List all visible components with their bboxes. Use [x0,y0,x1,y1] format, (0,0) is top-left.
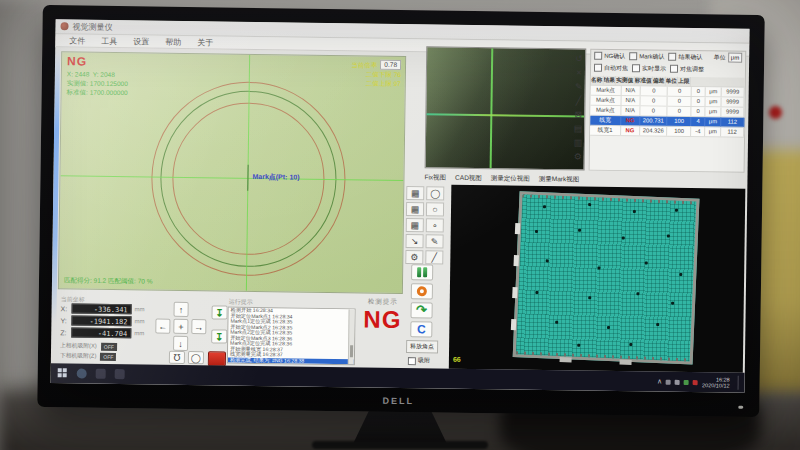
option-checkbox[interactable]: 实时显示 [632,64,666,73]
stop-button[interactable] [411,283,433,299]
save-image-icon[interactable]: ▥ [571,136,585,148]
wafer-map[interactable] [513,191,700,364]
menu-item[interactable]: 工具 [93,35,125,46]
start-button[interactable] [58,368,68,378]
rotate-icon[interactable]: ↺ [572,52,586,64]
checkbox-box[interactable] [629,52,637,60]
checkbox-box[interactable] [668,53,676,61]
z-axis-readout: Z:-41.704mm [60,327,144,338]
point-tool-icon[interactable]: ∘ [426,218,444,232]
gear-tool-icon[interactable]: ⚙ [405,250,423,264]
grid-array-icon[interactable]: ▦ [406,186,424,200]
settings-gear-icon[interactable]: ⚙ [571,150,585,162]
checkbox-box[interactable] [632,64,640,72]
main-camera-view[interactable]: Mark点(Pt: 10) NG X: 2448 Y: 2048 实测值: 17… [58,51,406,294]
tray-green-icon[interactable] [684,379,689,384]
checkbox-box[interactable] [594,64,602,72]
menu-item[interactable]: 帮助 [157,36,189,47]
tray-icon[interactable] [666,379,671,384]
option-checkbox[interactable]: 自动对焦 [594,63,628,72]
wafer-map-panel[interactable]: 66 [449,185,746,373]
cycle-button[interactable]: C [410,321,432,337]
axis-label: Y: [60,317,68,324]
taskbar-clock[interactable]: 16:28 2020/10/12 [702,376,730,389]
view-tab[interactable]: Fix视图 [424,173,446,182]
redo-button[interactable]: ↷ [411,302,433,318]
adsorb-z-toggle[interactable]: 下相机吸附(Z)OFF [60,351,117,361]
table-header-cell: 标准值 [634,76,653,85]
map-dot [598,266,601,269]
circle-tool-icon[interactable]: ○ [426,202,444,216]
ellipse-tool-icon[interactable]: ◯ [426,186,444,200]
checkbox-box[interactable] [594,52,602,60]
option-checkbox[interactable]: 对焦调整 [670,64,704,73]
y-axis-readout: Y:-1941.182mm [60,315,144,326]
axis-value-display: -1941.182 [71,315,131,326]
menu-item[interactable]: 设置 [125,36,157,47]
confirm-checkbox[interactable]: Mark确认 [629,52,664,61]
edit-icon[interactable]: ✎ [572,80,586,92]
log-title: 运行提示 [229,298,253,307]
zoom-ratio-value[interactable]: 0.78 [380,60,401,70]
line-tool-icon[interactable]: ╱ [571,94,585,106]
toggle-state[interactable]: OFF [101,342,117,350]
emergency-stop-soft-button[interactable] [208,351,226,366]
vacuum-button[interactable]: ℧ [169,351,185,364]
light-ring-button[interactable]: ◯ [188,351,204,364]
delete-icon[interactable]: ⊠ [571,108,585,120]
adsorb-x-toggle[interactable]: 上相机吸附(X)OFF [60,341,117,351]
jog-left-button[interactable]: ← [155,319,170,334]
view-tab[interactable]: 测量Mark视图 [539,175,580,185]
map-dot [633,210,636,213]
menu-item[interactable]: 关于 [189,37,221,48]
jog-down-button[interactable]: ↓ [173,336,188,351]
log-list[interactable]: 检测开始 16:28:34开始定位Mark点1 16:28:34Mark点1定位… [227,307,356,366]
view-tab[interactable]: CAD视图 [455,174,482,183]
close-icon[interactable]: × [572,66,586,78]
jog-center-button[interactable]: + [173,319,188,334]
grid-array2-icon[interactable]: ▦ [406,202,424,216]
menu-item[interactable]: 文件 [61,35,93,46]
axis-label: Z: [60,329,68,336]
file-explorer-icon[interactable] [96,369,106,379]
move-tool-icon[interactable]: ↘ [405,234,423,248]
pause-button[interactable] [411,264,433,280]
jog-up-button[interactable]: ↑ [174,302,189,317]
log-entry[interactable]: 检测完成, 结果为: #NG 16:28:38 [228,357,354,364]
table-row[interactable]: 线宽1NG204.326100-4μm112 [590,126,744,138]
tray-expand-icon[interactable]: ∧ [657,378,662,386]
measure-tool-grid: ▦◯▦○▦∘↘✎⚙╱ [405,186,445,265]
app-taskbar-icon[interactable] [115,369,125,379]
toggle-state[interactable]: OFF [100,352,116,360]
sub-camera-view[interactable] [425,46,587,170]
axis-unit: mm [134,318,144,324]
map-ruler-top [522,194,696,204]
network-icon[interactable] [675,379,680,384]
tray-red-icon[interactable] [693,380,698,385]
release-corner-button[interactable]: 释放角点 [406,340,438,353]
show-desktop-button[interactable] [738,376,739,390]
camera-result-ng: NG [67,54,87,68]
checkbox-box[interactable] [408,357,416,365]
adsorb-checkbox[interactable]: 吸附 [408,356,434,365]
load-image-icon[interactable]: ▤ [571,122,585,134]
check-row-2: 自动对焦实时显示对焦调整 [591,62,745,76]
map-dot [679,273,682,276]
checkbox-box[interactable] [670,65,678,73]
confirm-checkbox[interactable]: NG确认 [594,51,625,60]
drop-to-position-button[interactable]: ↧ [211,305,227,319]
jog-right-button[interactable]: → [191,319,206,334]
threshold-high-label: 二值上限 97 [351,78,401,88]
search-icon[interactable] [77,368,87,378]
pen-tool-icon[interactable]: ✎ [425,234,443,248]
view-tab[interactable]: 测量定位视图 [491,174,530,184]
map-dot [645,262,648,265]
log-scrollbar[interactable] [348,309,355,364]
unit-select[interactable]: μm [728,53,743,63]
map-dot [629,343,632,346]
log-scrollbar-thumb[interactable] [350,345,353,357]
confirm-checkbox[interactable]: 结果确认 [668,52,702,61]
drop-to-position-button-2[interactable]: ↧ [211,329,227,343]
slash-tool-icon[interactable]: ╱ [425,250,443,264]
grid-array3-icon[interactable]: ▦ [406,218,424,232]
